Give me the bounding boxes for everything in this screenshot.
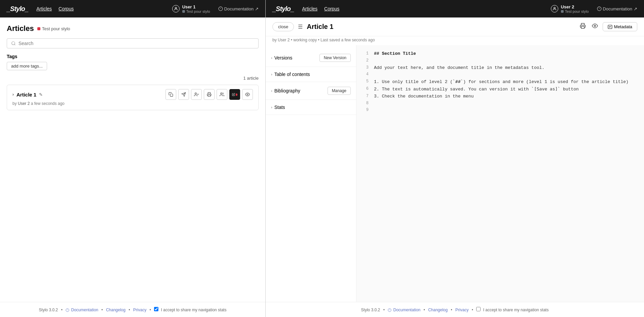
page-title-text: Articles (7, 24, 34, 33)
line-content-9 (374, 107, 377, 114)
versions-chevron: › (271, 56, 272, 60)
article-preview-button[interactable] (242, 89, 253, 100)
right-corpus-name: Test pour stylo (561, 9, 589, 13)
left-footer-changelog-link[interactable]: Changelog (106, 308, 125, 312)
article-header: › Article 1 ✎ (12, 89, 253, 100)
left-user-icon (172, 5, 180, 12)
hamburger-icon[interactable]: ☰ (298, 24, 303, 30)
left-nav-articles[interactable]: Articles (36, 6, 52, 11)
right-footer-changelog-link[interactable]: Changelog (428, 308, 448, 312)
editor-header: close ☰ Article 1 Metadata (266, 17, 644, 36)
article-send-button[interactable] (178, 89, 189, 100)
svg-point-10 (221, 93, 222, 94)
svg-point-13 (554, 7, 555, 9)
metadata-button[interactable]: Metadata (603, 22, 637, 31)
left-stats-label: I accept to share my navigation stats (161, 308, 227, 312)
corpus-badge: Test pour stylo (37, 26, 70, 31)
close-button[interactable]: close (272, 22, 294, 31)
line-content-1: ## Section Title (374, 50, 416, 57)
article-author: User 2 (18, 101, 30, 106)
search-input[interactable] (18, 41, 254, 46)
right-footer-doc-link[interactable]: Documentation (388, 308, 421, 312)
code-editor[interactable]: 1 ## Section Title 2 3 Add your text her… (363, 50, 637, 114)
sidebar-section-toc: › Table of contents (266, 67, 356, 82)
article-copy-button[interactable] (165, 89, 176, 100)
line-content-7: 3. Check the documentation in the menu (374, 93, 473, 100)
svg-point-6 (195, 93, 197, 94)
left-corpus-name: Test pour stylo (182, 9, 210, 13)
left-version: Stylo 3.0.2 (39, 308, 58, 312)
manage-bibliography-button[interactable]: Manage (328, 87, 351, 95)
line-content-5: 1. Use only title of level 2 (`##`) for … (374, 78, 629, 86)
versions-section-header[interactable]: › Versions New Version (271, 52, 351, 64)
line-content-8 (374, 100, 377, 107)
right-user-icon (551, 5, 558, 12)
tags-section: Tags add more tags... (7, 54, 259, 70)
svg-point-2 (12, 42, 15, 45)
line-num-7: 7 (363, 93, 369, 100)
search-bar (7, 38, 259, 48)
line-num-6: 6 (363, 86, 369, 93)
page-title: Articles Test pour stylo (7, 24, 259, 33)
article-add-collaborator-button[interactable] (191, 89, 202, 100)
line-num-3: 3 (363, 65, 369, 72)
svg-rect-17 (608, 25, 612, 29)
article-title-row: › Article 1 ✎ (12, 92, 43, 97)
svg-point-16 (594, 25, 596, 27)
line-num-9: 9 (363, 107, 369, 114)
right-doc-arrow: ↗ (634, 6, 637, 11)
left-footer: Stylo 3.0.2 • Documentation • Changelog … (0, 302, 265, 317)
right-version: Stylo 3.0.2 (361, 308, 380, 312)
left-nav-corpus[interactable]: Corpus (59, 6, 74, 11)
left-footer-doc-link[interactable]: Documentation (66, 308, 99, 312)
editor-body: › Versions New Version › Table of conten… (266, 45, 644, 302)
bibliography-chevron: › (271, 89, 272, 93)
article-inline-edit-icon[interactable]: ✎ (39, 92, 43, 97)
line-num-8: 8 (363, 100, 369, 107)
right-user-info: User 2 Test pour stylo (551, 4, 589, 13)
right-nav-corpus[interactable]: Corpus (324, 6, 339, 11)
toc-chevron: › (271, 72, 272, 76)
right-nav-articles[interactable]: Articles (302, 6, 317, 11)
article-item: › Article 1 ✎ (7, 85, 259, 110)
article-print-button[interactable] (204, 89, 215, 100)
left-user-info: User 1 Test pour stylo (172, 4, 210, 13)
right-footer-privacy-link[interactable]: Privacy (455, 308, 468, 312)
bibliography-section-title: › Bibliography (271, 88, 300, 93)
article-expand-chevron[interactable]: › (12, 92, 14, 97)
right-stats-checkbox[interactable] (476, 307, 481, 311)
article-edit-button[interactable] (229, 89, 240, 100)
versions-section-title: › Versions (271, 55, 292, 61)
editor-print-button[interactable] (578, 22, 587, 32)
article-name: Article 1 (16, 92, 36, 97)
article-share-button[interactable] (217, 89, 227, 100)
code-line-7: 7 3. Check the documentation in the menu (363, 93, 637, 100)
left-documentation-link[interactable]: Documentation ↗ (218, 6, 259, 11)
svg-rect-9 (208, 95, 211, 96)
left-content: Articles Test pour stylo Tags add more t… (0, 17, 265, 302)
left-user-details: User 1 Test pour stylo (182, 4, 210, 13)
line-num-1: 1 (363, 50, 369, 57)
line-content-4 (374, 71, 377, 78)
bibliography-section-header[interactable]: › Bibliography Manage (271, 85, 351, 97)
right-username: User 2 (561, 4, 589, 9)
toc-section-header[interactable]: › Table of contents (271, 70, 351, 79)
left-footer-privacy-link[interactable]: Privacy (133, 308, 146, 312)
right-panel: _Stylo_ Articles Corpus User 2 Test pour… (266, 0, 644, 317)
add-tags-button[interactable]: add more tags... (7, 62, 47, 70)
right-navbar: _Stylo_ Articles Corpus User 2 Test pour… (266, 0, 644, 17)
code-line-2: 2 (363, 57, 637, 65)
article-actions (165, 89, 253, 100)
right-stats-label: I accept to share my navigation stats (483, 308, 549, 312)
left-stats-checkbox[interactable] (154, 307, 158, 311)
right-documentation-link[interactable]: Documentation ↗ (597, 6, 637, 11)
stats-section-header[interactable]: › Stats (271, 103, 351, 112)
right-footer: Stylo 3.0.2 • Documentation • Changelog … (266, 302, 644, 317)
editor-sidebar: › Versions New Version › Table of conten… (266, 45, 356, 302)
left-navbar: _Stylo_ Articles Corpus User 1 Test pour… (0, 0, 265, 17)
editor-preview-button[interactable] (591, 22, 599, 32)
article-meta: by User 2 a few seconds ago (12, 101, 253, 106)
toc-section-title: › Table of contents (271, 72, 310, 77)
new-version-button[interactable]: New Version (319, 54, 351, 62)
left-username: User 1 (182, 4, 210, 9)
